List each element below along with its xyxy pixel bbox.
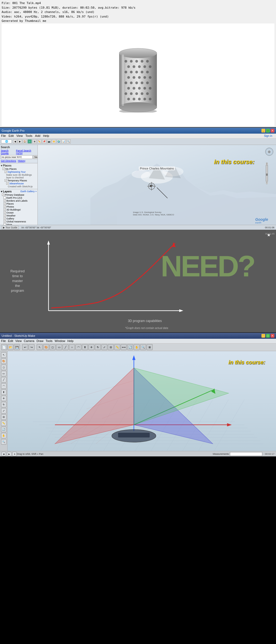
- su-tool-offset[interactable]: ⊟: [108, 344, 114, 350]
- su-side-push[interactable]: ⬆: [1, 389, 6, 395]
- ge-layer-gallery-cb[interactable]: ✓: [4, 217, 6, 220]
- su-tool-circle[interactable]: ○: [69, 344, 75, 350]
- su-tool-orbit[interactable]: 🔄: [127, 344, 133, 350]
- minimize-button[interactable]: _: [261, 129, 265, 133]
- su-tool-erase[interactable]: ◻: [50, 344, 56, 350]
- ge-layer-3d-cb[interactable]: ✓: [4, 208, 6, 211]
- su-tool-line[interactable]: ╱: [63, 344, 68, 350]
- su-tool-scale[interactable]: ⤢: [101, 344, 107, 350]
- ge-search-input[interactable]: [1, 155, 33, 159]
- ge-tool-icon[interactable]: +: [27, 139, 32, 144]
- su-side-select[interactable]: ↖: [1, 352, 6, 358]
- ge-zoom-bar[interactable]: + −: [266, 162, 268, 184]
- ge-layer-more-cb[interactable]: [4, 223, 6, 225]
- su-measurements-input[interactable]: [230, 452, 262, 456]
- su-menu-camera[interactable]: Camera: [24, 339, 34, 343]
- su-tool-rotate[interactable]: ↻: [95, 344, 101, 350]
- su-tool-rect[interactable]: ▭: [56, 344, 62, 350]
- ge-tour-guide-btn[interactable]: ▶ Tour Guide: [2, 226, 19, 229]
- ge-map-viewport[interactable]: ☛ Google earth Image U.S. Geological Sur…: [38, 145, 276, 225]
- su-tool-save[interactable]: 💾: [14, 344, 20, 350]
- su-tool-pan[interactable]: ✋: [134, 344, 140, 350]
- ge-zoom-handle[interactable]: [266, 174, 268, 176]
- su-side-paint[interactable]: 🎨: [1, 358, 6, 364]
- su-menu-file[interactable]: File: [1, 339, 6, 343]
- su-close-btn[interactable]: ✕: [271, 334, 274, 338]
- ge-layer-borders-cb[interactable]: ✓: [4, 199, 6, 202]
- ge-layer-places-cb[interactable]: ✓: [4, 202, 6, 205]
- ge-menu-help[interactable]: Help: [43, 134, 49, 137]
- ge-history-link[interactable]: History: [18, 160, 25, 162]
- su-side-orbit[interactable]: 🔄: [1, 427, 6, 432]
- ge-layer-primary-cb[interactable]: ✓: [2, 194, 4, 196]
- ge-menu-tools[interactable]: Tools: [25, 134, 32, 137]
- su-menu-draw[interactable]: Draw: [36, 339, 43, 343]
- ge-search-google-tab[interactable]: Search Google: [1, 149, 15, 155]
- ge-layer-ocean-cb[interactable]: ✓: [4, 211, 6, 214]
- su-tool-zoomext[interactable]: ⊞: [147, 344, 153, 350]
- su-menu-help[interactable]: Help: [67, 339, 74, 343]
- su-menu-view[interactable]: View: [15, 339, 22, 343]
- su-side-rect[interactable]: ▭: [1, 371, 6, 376]
- su-tool-dim[interactable]: ⟺: [121, 344, 127, 350]
- ge-tool-icon[interactable]: 📷: [47, 139, 51, 144]
- su-side-pan[interactable]: ✋: [1, 433, 6, 438]
- su-side-arc[interactable]: ◠: [1, 383, 6, 389]
- ge-tool-icon[interactable]: 🔍: [66, 139, 71, 144]
- su-side-scale[interactable]: ⤢: [1, 408, 6, 413]
- ge-zoom-minus[interactable]: −: [266, 181, 268, 184]
- su-minimize-btn[interactable]: _: [261, 334, 265, 338]
- ge-tool-icon[interactable]: ◀: [13, 139, 17, 144]
- ge-tool-icon[interactable]: ▶: [18, 139, 22, 144]
- su-side-zoom[interactable]: 🔍: [1, 439, 6, 445]
- su-menu-tools[interactable]: Tools: [46, 339, 53, 343]
- su-menu-window[interactable]: Window: [55, 339, 65, 343]
- su-menu-edit[interactable]: Edit: [8, 339, 13, 343]
- su-side-offset[interactable]: ⊟: [1, 414, 6, 420]
- su-3d-viewport[interactable]: in this course:: [8, 351, 276, 451]
- close-button[interactable]: ✕: [271, 129, 274, 133]
- ge-directions-link[interactable]: Get Directions: [1, 160, 16, 162]
- ge-toolbar-btn1[interactable]: 🌐: [1, 140, 12, 143]
- su-side-erase[interactable]: ◻: [1, 365, 6, 370]
- ge-temp-checkbox[interactable]: ✓: [5, 179, 7, 182]
- ge-zoom-plus[interactable]: +: [266, 163, 268, 165]
- ge-earth-gallery[interactable]: Earth Gallery »: [20, 190, 37, 193]
- su-tool-select[interactable]: ↖: [37, 344, 43, 350]
- ge-menu-file[interactable]: File: [1, 134, 6, 137]
- ge-search-button[interactable]: Search: [33, 155, 38, 159]
- ge-signin[interactable]: Sign in: [264, 134, 272, 137]
- ge-layer-photos-cb[interactable]: ✓: [4, 205, 6, 208]
- ge-sightseeing-checkbox[interactable]: ✓: [5, 171, 7, 173]
- ge-tool-icon[interactable]: ✏️: [37, 139, 42, 144]
- su-tool-redo[interactable]: ↪: [29, 344, 34, 350]
- su-tool-new[interactable]: 📄: [1, 344, 7, 350]
- su-tool-arc[interactable]: ◠: [75, 344, 81, 350]
- ge-navigation-control[interactable]: ⊕ + −: [265, 148, 273, 156]
- su-side-rotate[interactable]: ↻: [1, 402, 6, 407]
- ge-nav-circle[interactable]: ⊕: [265, 148, 273, 156]
- su-side-tape[interactable]: 📏: [1, 421, 6, 426]
- ge-sketchup-checkbox[interactable]: ✓: [6, 182, 9, 185]
- ge-tool-icon[interactable]: 🏠: [23, 139, 27, 144]
- ge-layer-earth-cb[interactable]: [4, 196, 6, 199]
- ge-tool-icon[interactable]: 🌍: [57, 139, 61, 144]
- ge-search-apn-tab[interactable]: Parcel Search (APN): [16, 149, 36, 155]
- ge-layer-weather-cb[interactable]: ✓: [4, 214, 6, 217]
- maximize-button[interactable]: □: [266, 129, 270, 133]
- su-tool-move[interactable]: ✛: [88, 344, 94, 350]
- ge-layer-global-cb[interactable]: ✓: [4, 220, 6, 223]
- su-tool-zoom[interactable]: 🔍: [140, 344, 146, 350]
- su-side-line[interactable]: ╱: [1, 377, 6, 382]
- ge-menu-add[interactable]: Add: [35, 134, 40, 137]
- su-side-move[interactable]: ✛: [1, 396, 6, 401]
- su-tool-undo[interactable]: ↩: [22, 344, 28, 350]
- su-maximize-btn[interactable]: □: [266, 334, 270, 338]
- ge-menu-edit[interactable]: Edit: [9, 134, 14, 137]
- ge-tool-icon[interactable]: 📊: [61, 139, 66, 144]
- ge-my-places-checkbox[interactable]: ✓: [2, 168, 5, 170]
- ge-tool-icon[interactable]: 📌: [42, 139, 46, 144]
- su-tool-open[interactable]: 📂: [8, 344, 13, 350]
- ge-tool-icon[interactable]: ⊕: [32, 139, 37, 144]
- ge-menu-view[interactable]: View: [16, 134, 23, 137]
